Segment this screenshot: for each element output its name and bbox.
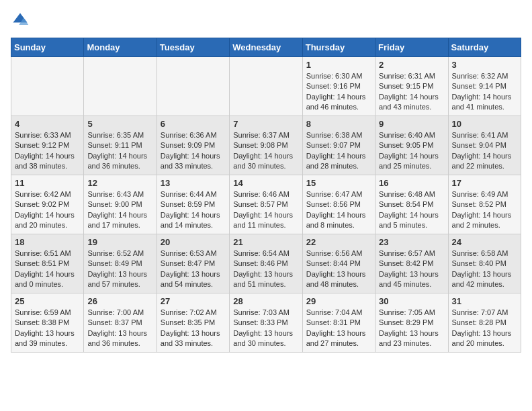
day-content: Sunrise: 6:48 AM Sunset: 8:54 PM Dayligh…	[379, 189, 444, 231]
day-number: 20	[161, 237, 226, 247]
day-number: 8	[306, 119, 371, 129]
day-content: Sunrise: 6:41 AM Sunset: 9:04 PM Dayligh…	[452, 130, 517, 172]
calendar-cell: 8Sunrise: 6:38 AM Sunset: 9:07 PM Daylig…	[302, 116, 375, 175]
day-number: 10	[452, 119, 517, 129]
day-content: Sunrise: 7:04 AM Sunset: 8:31 PM Dayligh…	[306, 308, 371, 349]
calendar-week: 4Sunrise: 6:33 AM Sunset: 9:12 PM Daylig…	[11, 116, 521, 175]
calendar-cell: 10Sunrise: 6:41 AM Sunset: 9:04 PM Dayli…	[448, 116, 521, 175]
header-day: Sunday	[11, 38, 84, 57]
day-number: 2	[379, 60, 444, 70]
header-day: Thursday	[302, 38, 375, 57]
calendar-cell: 17Sunrise: 6:49 AM Sunset: 8:52 PM Dayli…	[448, 175, 521, 234]
day-number: 29	[306, 296, 371, 306]
calendar-cell: 15Sunrise: 6:47 AM Sunset: 8:56 PM Dayli…	[302, 175, 375, 234]
day-content: Sunrise: 6:56 AM Sunset: 8:44 PM Dayligh…	[306, 248, 371, 290]
calendar-body: 1Sunrise: 6:30 AM Sunset: 9:16 PM Daylig…	[11, 57, 521, 353]
calendar-cell: 3Sunrise: 6:32 AM Sunset: 9:14 PM Daylig…	[448, 57, 521, 116]
calendar-week: 1Sunrise: 6:30 AM Sunset: 9:16 PM Daylig…	[11, 57, 521, 116]
day-number: 15	[306, 178, 371, 188]
day-content: Sunrise: 6:53 AM Sunset: 8:47 PM Dayligh…	[161, 248, 226, 290]
day-number: 31	[452, 296, 517, 306]
day-content: Sunrise: 6:59 AM Sunset: 8:38 PM Dayligh…	[15, 308, 80, 349]
calendar-week: 11Sunrise: 6:42 AM Sunset: 9:02 PM Dayli…	[11, 175, 521, 234]
calendar-cell	[230, 57, 302, 116]
day-number: 27	[161, 296, 226, 306]
calendar-cell: 12Sunrise: 6:43 AM Sunset: 9:00 PM Dayli…	[84, 175, 157, 234]
day-content: Sunrise: 6:52 AM Sunset: 8:49 PM Dayligh…	[87, 248, 152, 290]
day-content: Sunrise: 6:38 AM Sunset: 9:07 PM Dayligh…	[306, 130, 371, 172]
calendar-week: 25Sunrise: 6:59 AM Sunset: 8:38 PM Dayli…	[11, 293, 521, 353]
calendar-cell: 30Sunrise: 7:05 AM Sunset: 8:29 PM Dayli…	[375, 293, 448, 353]
day-number: 14	[233, 178, 298, 188]
calendar-cell: 24Sunrise: 6:58 AM Sunset: 8:40 PM Dayli…	[448, 234, 521, 293]
calendar-cell: 25Sunrise: 6:59 AM Sunset: 8:38 PM Dayli…	[11, 293, 84, 353]
calendar-cell: 23Sunrise: 6:57 AM Sunset: 8:42 PM Dayli…	[375, 234, 448, 293]
calendar-cell: 22Sunrise: 6:56 AM Sunset: 8:44 PM Dayli…	[302, 234, 375, 293]
day-content: Sunrise: 6:58 AM Sunset: 8:40 PM Dayligh…	[452, 248, 517, 290]
day-content: Sunrise: 7:00 AM Sunset: 8:37 PM Dayligh…	[87, 308, 152, 349]
day-number: 23	[379, 237, 444, 247]
day-number: 6	[161, 119, 226, 129]
calendar-cell: 6Sunrise: 6:36 AM Sunset: 9:09 PM Daylig…	[157, 116, 229, 175]
calendar-cell: 14Sunrise: 6:46 AM Sunset: 8:57 PM Dayli…	[230, 175, 302, 234]
header-day: Monday	[84, 38, 157, 57]
day-number: 26	[87, 296, 152, 306]
day-content: Sunrise: 6:31 AM Sunset: 9:15 PM Dayligh…	[379, 71, 444, 113]
day-number: 4	[15, 119, 80, 129]
calendar-cell: 9Sunrise: 6:40 AM Sunset: 9:05 PM Daylig…	[375, 116, 448, 175]
day-content: Sunrise: 6:54 AM Sunset: 8:46 PM Dayligh…	[233, 248, 298, 290]
day-number: 25	[15, 296, 80, 306]
calendar-cell: 2Sunrise: 6:31 AM Sunset: 9:15 PM Daylig…	[375, 57, 448, 116]
calendar-cell: 27Sunrise: 7:02 AM Sunset: 8:35 PM Dayli…	[157, 293, 229, 353]
header-day: Wednesday	[230, 38, 302, 57]
day-number: 28	[233, 296, 298, 306]
day-number: 19	[87, 237, 152, 247]
day-number: 1	[306, 60, 371, 70]
day-number: 3	[452, 60, 517, 70]
day-number: 9	[379, 119, 444, 129]
day-number: 22	[306, 237, 371, 247]
day-number: 16	[379, 178, 444, 188]
calendar-table: SundayMondayTuesdayWednesdayThursdayFrid…	[11, 38, 521, 353]
day-content: Sunrise: 7:05 AM Sunset: 8:29 PM Dayligh…	[379, 308, 444, 349]
header-day: Tuesday	[157, 38, 229, 57]
calendar-cell: 11Sunrise: 6:42 AM Sunset: 9:02 PM Dayli…	[11, 175, 84, 234]
day-content: Sunrise: 7:07 AM Sunset: 8:28 PM Dayligh…	[452, 308, 517, 349]
day-content: Sunrise: 6:46 AM Sunset: 8:57 PM Dayligh…	[233, 189, 298, 231]
calendar-cell: 4Sunrise: 6:33 AM Sunset: 9:12 PM Daylig…	[11, 116, 84, 175]
calendar-cell: 28Sunrise: 7:03 AM Sunset: 8:33 PM Dayli…	[230, 293, 302, 353]
day-content: Sunrise: 6:35 AM Sunset: 9:11 PM Dayligh…	[87, 130, 152, 172]
calendar-cell: 26Sunrise: 7:00 AM Sunset: 8:37 PM Dayli…	[84, 293, 157, 353]
calendar-cell: 21Sunrise: 6:54 AM Sunset: 8:46 PM Dayli…	[230, 234, 302, 293]
calendar-cell: 1Sunrise: 6:30 AM Sunset: 9:16 PM Daylig…	[302, 57, 375, 116]
day-number: 5	[87, 119, 152, 129]
day-content: Sunrise: 6:44 AM Sunset: 8:59 PM Dayligh…	[161, 189, 226, 231]
calendar-cell	[11, 57, 84, 116]
calendar-cell: 7Sunrise: 6:37 AM Sunset: 9:08 PM Daylig…	[230, 116, 302, 175]
day-content: Sunrise: 6:33 AM Sunset: 9:12 PM Dayligh…	[15, 130, 80, 172]
day-content: Sunrise: 6:47 AM Sunset: 8:56 PM Dayligh…	[306, 189, 371, 231]
calendar-cell	[157, 57, 229, 116]
day-content: Sunrise: 7:03 AM Sunset: 8:33 PM Dayligh…	[233, 308, 298, 349]
day-number: 12	[87, 178, 152, 188]
day-content: Sunrise: 6:30 AM Sunset: 9:16 PM Dayligh…	[306, 71, 371, 113]
calendar-cell: 16Sunrise: 6:48 AM Sunset: 8:54 PM Dayli…	[375, 175, 448, 234]
calendar-cell: 19Sunrise: 6:52 AM Sunset: 8:49 PM Dayli…	[84, 234, 157, 293]
day-number: 17	[452, 178, 517, 188]
day-content: Sunrise: 7:02 AM Sunset: 8:35 PM Dayligh…	[161, 308, 226, 349]
calendar-cell: 18Sunrise: 6:51 AM Sunset: 8:51 PM Dayli…	[11, 234, 84, 293]
calendar-cell: 20Sunrise: 6:53 AM Sunset: 8:47 PM Dayli…	[157, 234, 229, 293]
day-content: Sunrise: 6:51 AM Sunset: 8:51 PM Dayligh…	[15, 248, 80, 290]
calendar-week: 18Sunrise: 6:51 AM Sunset: 8:51 PM Dayli…	[11, 234, 521, 293]
calendar-cell: 13Sunrise: 6:44 AM Sunset: 8:59 PM Dayli…	[157, 175, 229, 234]
day-number: 30	[379, 296, 444, 306]
day-number: 11	[15, 178, 80, 188]
day-number: 24	[452, 237, 517, 247]
day-content: Sunrise: 6:37 AM Sunset: 9:08 PM Dayligh…	[233, 130, 298, 172]
day-number: 21	[233, 237, 298, 247]
day-content: Sunrise: 6:42 AM Sunset: 9:02 PM Dayligh…	[15, 189, 80, 231]
logo-icon	[11, 11, 30, 30]
header-day: Friday	[375, 38, 448, 57]
calendar-cell	[84, 57, 157, 116]
header-row: SundayMondayTuesdayWednesdayThursdayFrid…	[11, 38, 521, 57]
